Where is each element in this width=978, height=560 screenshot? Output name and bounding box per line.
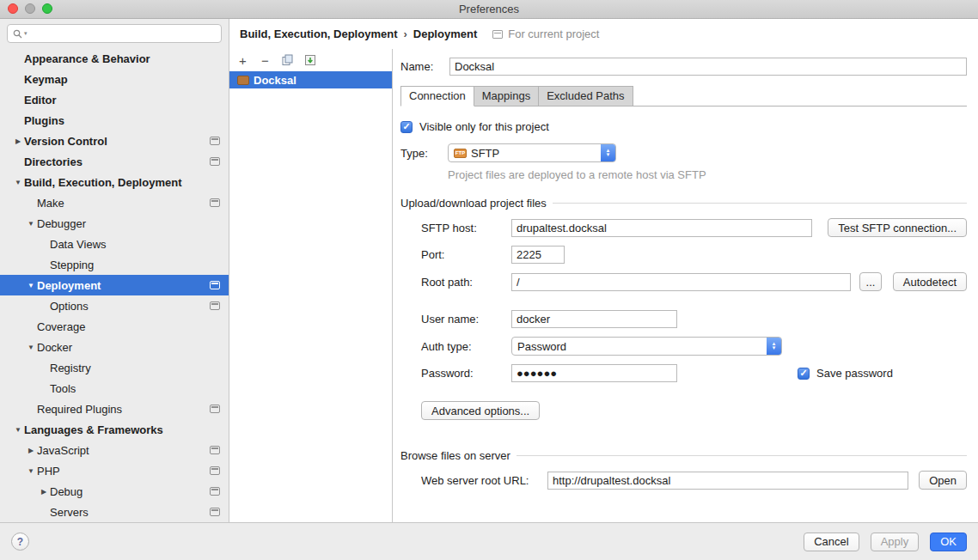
save-password-checkbox[interactable] bbox=[798, 368, 810, 380]
sidebar-item-docker[interactable]: ▼Docker bbox=[0, 337, 229, 357]
auth-type-value: Password bbox=[517, 340, 566, 353]
sidebar-item-languages-frameworks[interactable]: ▼Languages & Frameworks bbox=[0, 419, 229, 440]
add-server-button[interactable]: + bbox=[235, 53, 250, 68]
tab-connection[interactable]: Connection bbox=[400, 86, 474, 107]
name-label: Name: bbox=[400, 60, 449, 73]
sidebar-item-version-control[interactable]: ▶Version Control bbox=[0, 131, 229, 151]
shared-settings-icon bbox=[210, 508, 220, 516]
type-select[interactable]: FTP SFTP ▲▼ bbox=[448, 143, 616, 162]
sftp-icon: FTP bbox=[454, 149, 467, 158]
password-input[interactable] bbox=[511, 364, 677, 382]
sidebar-item-coverage[interactable]: Coverage bbox=[0, 316, 229, 337]
browse-root-path-button[interactable]: ... bbox=[859, 272, 882, 291]
collapse-arrow-icon[interactable]: ▼ bbox=[25, 220, 37, 228]
breadcrumb-category[interactable]: Build, Execution, Deployment bbox=[240, 27, 397, 40]
expand-arrow-icon[interactable]: ▶ bbox=[12, 137, 24, 145]
import-icon bbox=[304, 54, 316, 66]
cancel-button[interactable]: Cancel bbox=[804, 533, 859, 551]
copy-icon bbox=[282, 54, 293, 66]
sidebar-item-servers[interactable]: Servers bbox=[0, 502, 229, 522]
sidebar-item-data-views[interactable]: Data Views bbox=[0, 234, 229, 254]
combo-arrows-icon[interactable]: ▲▼ bbox=[767, 338, 781, 355]
sidebar-item-label: JavaScript bbox=[37, 444, 89, 457]
deployment-server-icon bbox=[237, 76, 249, 85]
search-options-chevron-icon[interactable]: ▾ bbox=[24, 30, 28, 37]
open-button[interactable]: Open bbox=[919, 471, 967, 490]
web-server-root-url-label: Web server root URL: bbox=[421, 474, 547, 487]
sidebar-item-registry[interactable]: Registry bbox=[0, 357, 229, 378]
sidebar-item-tools[interactable]: Tools bbox=[0, 378, 229, 399]
tab-mappings[interactable]: Mappings bbox=[474, 86, 539, 107]
collapse-arrow-icon[interactable]: ▼ bbox=[12, 426, 24, 434]
visible-only-checkbox[interactable] bbox=[400, 121, 413, 133]
collapse-arrow-icon[interactable]: ▼ bbox=[25, 344, 37, 351]
sidebar-item-javascript[interactable]: ▶JavaScript bbox=[0, 440, 229, 460]
sidebar-item-label: PHP bbox=[37, 465, 60, 478]
sidebar-item-label: Debugger bbox=[37, 217, 86, 230]
tab-excluded-paths[interactable]: Excluded Paths bbox=[539, 86, 633, 107]
shared-settings-icon bbox=[210, 487, 220, 496]
collapse-arrow-icon[interactable]: ▼ bbox=[25, 282, 37, 289]
zoom-button[interactable] bbox=[42, 3, 52, 14]
copy-server-button[interactable] bbox=[280, 53, 295, 68]
sidebar-item-directories[interactable]: Directories bbox=[0, 151, 229, 172]
shared-settings-icon bbox=[210, 405, 220, 413]
tab-bar: ConnectionMappingsExcluded Paths bbox=[400, 86, 967, 107]
sidebar-item-debugger[interactable]: ▼Debugger bbox=[0, 213, 229, 234]
sidebar-item-deployment[interactable]: ▼Deployment bbox=[0, 275, 229, 295]
sidebar-item-label: Keymap bbox=[24, 73, 68, 86]
shared-settings-icon bbox=[210, 198, 220, 207]
close-button[interactable] bbox=[8, 3, 18, 14]
sidebar-item-editor[interactable]: Editor bbox=[0, 89, 229, 110]
sidebar-item-build-execution-deployment[interactable]: ▼Build, Execution, Deployment bbox=[0, 172, 229, 192]
import-server-button[interactable] bbox=[303, 53, 317, 68]
port-input[interactable] bbox=[511, 246, 565, 264]
search-input[interactable]: ▾ bbox=[7, 24, 222, 43]
sidebar-item-label: Docker bbox=[37, 341, 72, 354]
root-path-label: Root path: bbox=[421, 276, 511, 289]
apply-button[interactable]: Apply bbox=[871, 533, 920, 551]
combo-arrows-icon[interactable]: ▲▼ bbox=[601, 144, 615, 161]
autodetect-button[interactable]: Autodetect bbox=[893, 272, 967, 291]
sidebar-item-keymap[interactable]: Keymap bbox=[0, 69, 229, 89]
breadcrumb: Build, Execution, Deployment › Deploymen… bbox=[229, 19, 978, 49]
web-server-root-url-input[interactable] bbox=[547, 472, 908, 490]
sidebar-item-options[interactable]: Options bbox=[0, 295, 229, 316]
name-input[interactable] bbox=[449, 58, 967, 76]
auth-type-label: Auth type: bbox=[421, 340, 511, 353]
sftp-host-input[interactable] bbox=[511, 219, 812, 237]
auth-type-select[interactable]: Password ▲▼ bbox=[511, 337, 782, 356]
expand-arrow-icon[interactable]: ▶ bbox=[25, 447, 37, 454]
sidebar-item-label: Options bbox=[50, 300, 89, 313]
test-sftp-connection-button[interactable]: Test SFTP connection... bbox=[828, 218, 967, 237]
sidebar-item-label: Registry bbox=[50, 362, 91, 374]
shared-settings-icon bbox=[210, 466, 220, 475]
advanced-options-button[interactable]: Advanced options... bbox=[421, 401, 540, 420]
expand-arrow-icon[interactable]: ▶ bbox=[38, 488, 50, 496]
collapse-arrow-icon[interactable]: ▼ bbox=[12, 179, 24, 186]
minus-icon: − bbox=[261, 54, 269, 67]
sidebar-item-debug[interactable]: ▶Debug bbox=[0, 481, 229, 502]
sidebar-item-label: Languages & Frameworks bbox=[24, 423, 163, 436]
root-path-input[interactable] bbox=[511, 273, 851, 291]
sidebar-item-appearance-behavior[interactable]: Appearance & Behavior bbox=[0, 48, 229, 69]
sidebar-item-label: Build, Execution, Deployment bbox=[24, 176, 181, 189]
sidebar-item-php[interactable]: ▼PHP bbox=[0, 460, 229, 481]
servers-list-panel: + − Docksal bbox=[229, 49, 393, 522]
sidebar-item-make[interactable]: Make bbox=[0, 192, 229, 213]
sidebar-item-plugins[interactable]: Plugins bbox=[0, 110, 229, 131]
upload-section-title: Upload/download project files bbox=[400, 197, 547, 210]
sidebar-item-label: Stepping bbox=[50, 259, 94, 271]
ok-button[interactable]: OK bbox=[930, 533, 967, 551]
collapse-arrow-icon[interactable]: ▼ bbox=[25, 467, 37, 475]
breadcrumb-page: Deployment bbox=[413, 27, 477, 40]
help-button[interactable]: ? bbox=[11, 533, 29, 551]
sidebar-item-required-plugins[interactable]: Required Plugins bbox=[0, 399, 229, 419]
server-list-item-docksal[interactable]: Docksal bbox=[229, 71, 392, 88]
sidebar-item-stepping[interactable]: Stepping bbox=[0, 254, 229, 275]
user-name-input[interactable] bbox=[511, 310, 677, 328]
server-detail-panel: Name: ConnectionMappingsExcluded Paths V… bbox=[393, 49, 978, 522]
browse-section-title: Browse files on server bbox=[400, 449, 510, 462]
remove-server-button[interactable]: − bbox=[258, 53, 272, 68]
servers-list: Docksal bbox=[229, 71, 392, 522]
